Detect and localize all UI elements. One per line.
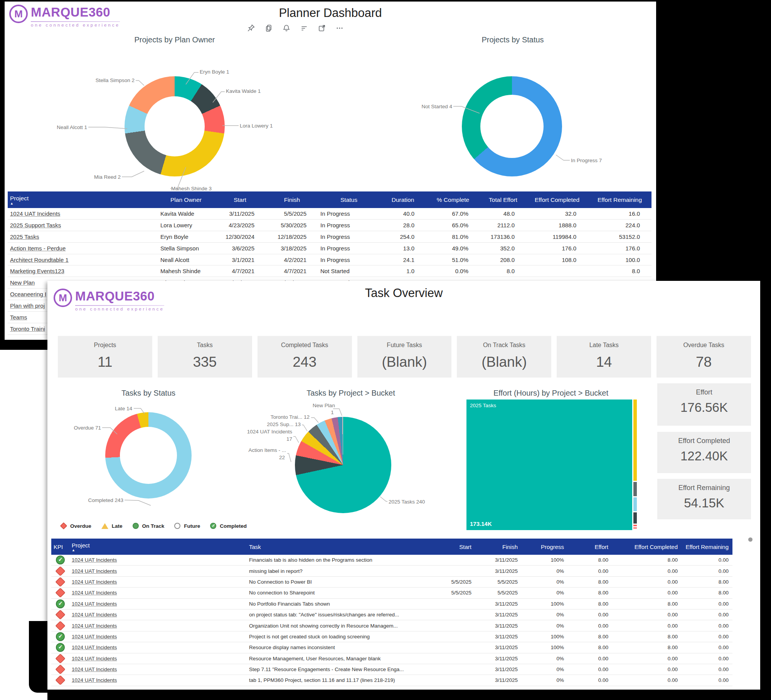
legend-item-future[interactable]: Future xyxy=(174,523,200,529)
column-header-task[interactable]: Task xyxy=(247,544,436,550)
project-link[interactable]: 1024 UAT Incidents xyxy=(69,677,247,683)
table-row[interactable]: 1024 UAT IncidentsFinancials tab is also… xyxy=(51,555,732,566)
column-header-effort[interactable]: Effort xyxy=(568,544,612,550)
column-header-finish[interactable]: Finish xyxy=(475,544,522,550)
kpi-card-projects[interactable]: Projects11 xyxy=(58,336,152,378)
project-link[interactable]: Action Items - Perdue xyxy=(8,245,158,252)
project-link-text[interactable]: 2025 Tasks xyxy=(10,233,39,240)
project-link[interactable]: 1024 UAT Incidents xyxy=(69,623,247,629)
project-link-text[interactable]: 1024 UAT Incidents xyxy=(72,634,117,640)
project-link[interactable]: 1024 UAT Incidents xyxy=(69,666,247,672)
project-link-text[interactable]: Action Items - Perdue xyxy=(10,245,66,252)
table-row[interactable]: 1024 UAT IncidentsNo connection to Share… xyxy=(51,588,732,598)
pin-icon[interactable] xyxy=(247,24,255,32)
table-row[interactable]: 1024 UAT IncidentsResource display names… xyxy=(51,642,732,653)
kpi-card-future-tasks[interactable]: Future Tasks(Blank) xyxy=(357,336,452,378)
scrollbar-thumb[interactable] xyxy=(748,537,752,542)
column-header-project[interactable]: Project▲ xyxy=(8,195,158,205)
projects-by-plan-owner-donut[interactable] xyxy=(125,76,225,176)
project-link-text[interactable]: Teams xyxy=(10,314,27,321)
column-header-status[interactable]: Status xyxy=(318,196,380,203)
kpi-card-tasks[interactable]: Tasks335 xyxy=(158,336,252,378)
notifications-bell-icon[interactable] xyxy=(282,24,291,32)
project-link[interactable]: 1024 UAT Incidents xyxy=(69,568,247,574)
project-link-text[interactable]: 1024 UAT Incidents xyxy=(72,601,117,607)
column-header-effort-completed[interactable]: Effort Completed xyxy=(526,196,588,203)
project-link-text[interactable]: 1024 UAT Incidents xyxy=(72,612,117,618)
project-link[interactable]: 1024 UAT Incidents xyxy=(69,601,247,607)
effort-remaining-card[interactable]: Effort Remaining 54.15K xyxy=(657,479,751,519)
column-header-effort-completed[interactable]: Effort Completed xyxy=(612,544,682,550)
project-link[interactable]: Marketing Events123 xyxy=(8,268,158,274)
effort-card[interactable]: Effort 176.56K xyxy=(657,383,751,426)
table-row[interactable]: 2025 TasksEryn Boyle12/30/202412/18/2025… xyxy=(8,231,651,243)
projects-by-status-donut[interactable] xyxy=(462,76,562,176)
table-row[interactable]: 1024 UAT IncidentsStep 7.11 "Resource En… xyxy=(51,664,732,675)
project-link-text[interactable]: 1024 UAT Incidents xyxy=(72,666,117,672)
column-header-start[interactable]: Start xyxy=(436,544,475,550)
table-row[interactable]: 1024 UAT Incidentstab 1, PPM360 Project,… xyxy=(51,675,732,686)
project-link-text[interactable]: Toronto Traini xyxy=(10,326,45,332)
project-link-text[interactable]: Oceaneering I xyxy=(10,291,46,297)
table-row[interactable]: Architect Roundtable 1Neall Alcott3/1/20… xyxy=(8,254,651,266)
project-link[interactable]: 1024 UAT Incidents xyxy=(69,612,247,618)
table-row[interactable]: 1024 UAT IncidentsResource Management, U… xyxy=(51,653,732,664)
column-header-kpi[interactable]: KPI xyxy=(51,544,69,550)
table-row[interactable]: Marketing Events123Mahesh Shinde4/7/2021… xyxy=(8,265,651,277)
table-row[interactable]: 1024 UAT Incidentsmissing label in repor… xyxy=(51,566,732,576)
tasks-by-status-donut[interactable] xyxy=(105,412,192,499)
project-link[interactable]: 1024 UAT Incidents xyxy=(69,645,247,650)
project-link[interactable]: 1024 UAT Incidents xyxy=(69,656,247,661)
project-link[interactable]: 1024 UAT Incidents xyxy=(69,557,247,563)
table-row[interactable]: 1024 UAT Incidentson project status tab:… xyxy=(51,609,732,620)
project-link[interactable]: 2025 Tasks xyxy=(8,233,158,240)
table-row[interactable]: 2025 Support TasksLora Lowery4/23/20255/… xyxy=(8,220,651,231)
project-link-text[interactable]: 1024 UAT Incidents xyxy=(72,645,117,650)
legend-item-late[interactable]: Late xyxy=(101,523,123,529)
project-link-text[interactable]: 1024 UAT Incidents xyxy=(72,568,117,574)
kpi-card-overdue-tasks[interactable]: Overdue Tasks78 xyxy=(657,336,751,378)
column-header-effort-remaining[interactable]: Effort Remaining xyxy=(588,196,651,203)
kpi-card-on-track-tasks[interactable]: On Track Tasks(Blank) xyxy=(457,336,551,378)
project-link[interactable]: 2025 Support Tasks xyxy=(8,222,158,228)
project-link[interactable]: 1024 UAT Incidents xyxy=(69,590,247,596)
table-row[interactable]: 1024 UAT IncidentsOrganization Unit not … xyxy=(51,620,732,631)
project-link-text[interactable]: Plan with proj xyxy=(10,302,45,309)
column-header-progress[interactable]: Progress xyxy=(522,544,568,550)
kpi-card-late-tasks[interactable]: Late Tasks14 xyxy=(557,336,651,378)
table-row[interactable]: Action Items - PerdueStella Simpson3/6/2… xyxy=(8,243,651,254)
column-header-start[interactable]: Start xyxy=(214,196,266,203)
filter-icon[interactable] xyxy=(300,24,308,32)
column-header-finish[interactable]: Finish xyxy=(266,196,318,203)
project-link[interactable]: Architect Roundtable 1 xyxy=(8,257,158,263)
project-link-text[interactable]: 1024 UAT Incidents xyxy=(72,579,117,585)
legend-item-on-track[interactable]: On Track xyxy=(133,523,165,529)
copy-pages-icon[interactable] xyxy=(264,24,273,32)
project-link-text[interactable]: New Plan xyxy=(10,279,35,286)
column-header-project[interactable]: Project▲ xyxy=(69,542,247,552)
project-link-text[interactable]: 1024 UAT Incidents xyxy=(72,677,117,683)
project-link[interactable]: 1024 UAT Incidents xyxy=(69,579,247,585)
project-link-text[interactable]: 1024 UAT Incidents xyxy=(72,590,117,596)
column-header-duration[interactable]: Duration xyxy=(380,196,426,203)
project-link-text[interactable]: 1024 UAT Incidents xyxy=(72,623,117,629)
project-link-text[interactable]: 1024 UAT Incidents xyxy=(72,656,117,661)
column-header-plan-owner[interactable]: Plan Owner xyxy=(158,196,214,203)
more-options-icon[interactable] xyxy=(335,24,344,32)
project-link-text[interactable]: Marketing Events123 xyxy=(10,268,64,274)
legend-item-completed[interactable]: Completed xyxy=(210,523,247,529)
project-link-text[interactable]: 1024 UAT Incidents xyxy=(72,557,117,563)
treemap-block-2025-tasks[interactable]: 2025 Tasks 173.14K xyxy=(466,400,632,530)
project-link-text[interactable]: Architect Roundtable 1 xyxy=(10,257,69,263)
table-row[interactable]: 1024 UAT IncidentsProject is not get cre… xyxy=(51,631,732,642)
treemap-strip[interactable] xyxy=(633,400,637,535)
project-link[interactable]: 1024 UAT Incidents xyxy=(69,634,247,640)
column-header-total-effort[interactable]: Total Effort xyxy=(480,196,526,203)
table-row[interactable]: 1024 UAT IncidentsNo Portfolio Financial… xyxy=(51,599,732,609)
kpi-card-completed-tasks[interactable]: Completed Tasks243 xyxy=(258,336,352,378)
column-header--complete[interactable]: % Complete xyxy=(426,196,480,203)
effort-completed-card[interactable]: Effort Completed 122.40K xyxy=(657,432,751,473)
project-link-text[interactable]: 1024 UAT Incidents xyxy=(10,210,60,217)
project-link-text[interactable]: 2025 Support Tasks xyxy=(10,222,61,228)
pop-out-icon[interactable] xyxy=(318,24,326,32)
